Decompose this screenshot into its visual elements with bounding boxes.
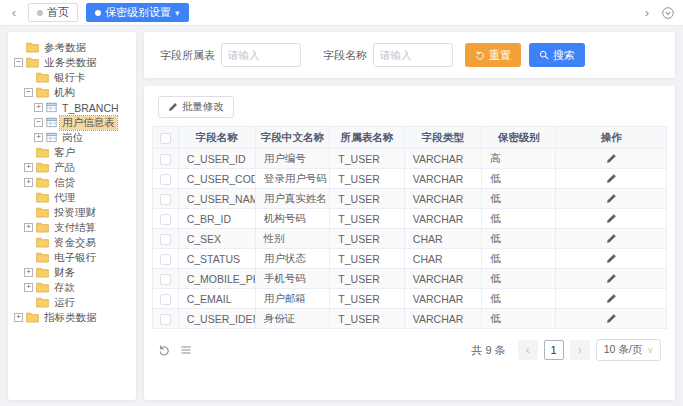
row-actions-cell — [556, 189, 667, 209]
tree-node[interactable]: + 信贷 — [11, 175, 133, 190]
table-footer: 共 9 条 ‹ 1 › 10 条/页 ∨ — [152, 339, 667, 361]
tree-toggle-icon[interactable]: + — [24, 178, 33, 187]
tree-node[interactable]: 资金交易 — [11, 235, 133, 250]
tree-node[interactable]: 运行 — [11, 295, 133, 310]
total-count-label: 共 9 条 — [471, 343, 505, 358]
edit-row-button[interactable] — [602, 152, 621, 165]
column-header: 操作 — [556, 127, 667, 149]
tree-node[interactable]: 电子银行 — [11, 250, 133, 265]
row-checkbox[interactable] — [160, 174, 171, 185]
row-checkbox[interactable] — [160, 294, 171, 305]
tree-toggle-icon[interactable]: + — [24, 283, 33, 292]
tree-toggle-icon[interactable]: − — [14, 58, 23, 67]
edit-row-button[interactable] — [602, 192, 621, 205]
tree-node[interactable]: 银行卡 — [11, 70, 133, 85]
tree-node[interactable]: + T_BRANCH — [11, 100, 133, 115]
tree-node-label: 存款 — [52, 281, 77, 295]
pencil-icon — [606, 213, 617, 224]
row-select-cell — [153, 189, 179, 209]
owner-table-cell: T_USER — [330, 149, 405, 169]
row-actions-cell — [556, 149, 667, 169]
pencil-icon — [606, 253, 617, 264]
folder-icon — [46, 132, 57, 143]
folder-icon — [36, 177, 49, 188]
tree-toggle-icon[interactable]: + — [14, 313, 23, 322]
tabs-scroll-left-icon[interactable]: ‹ — [8, 6, 20, 19]
row-checkbox[interactable] — [160, 194, 171, 205]
tree-node[interactable]: 投资理财 — [11, 205, 133, 220]
tab[interactable]: 保密级别设置 ▾ — [86, 3, 189, 22]
tree-node-label: 产品 — [52, 161, 77, 175]
tab-list: 首页 保密级别设置 ▾ — [28, 3, 641, 22]
tree-node[interactable]: + 存款 — [11, 280, 133, 295]
tab-options-icon[interactable] — [661, 6, 675, 20]
row-checkbox[interactable] — [160, 274, 171, 285]
page-number-button[interactable]: 1 — [544, 340, 564, 360]
folder-icon — [36, 147, 49, 158]
field-name-cell: C_USER_CODE — [178, 169, 255, 189]
chevron-down-icon[interactable]: ▾ — [175, 8, 180, 18]
select-all-checkbox[interactable] — [160, 133, 171, 144]
row-checkbox[interactable] — [160, 154, 171, 165]
tree-node[interactable]: + 岗位 — [11, 130, 133, 145]
reset-button[interactable]: 重置 — [465, 43, 521, 67]
row-checkbox[interactable] — [160, 254, 171, 265]
tree-node-label: 支付结算 — [52, 221, 98, 235]
tree-node[interactable]: − 业务类数据 — [11, 55, 133, 70]
search-button[interactable]: 搜索 — [529, 43, 585, 67]
content-area: 字段所属表 字段名称 重置 搜索 批量修改 — [144, 32, 675, 400]
row-select-cell — [153, 269, 179, 289]
name-field-label: 字段名称 — [323, 48, 367, 63]
tree-toggle-icon[interactable]: + — [24, 163, 33, 172]
row-select-cell — [153, 309, 179, 329]
edit-row-button[interactable] — [602, 212, 621, 225]
row-checkbox[interactable] — [160, 214, 171, 225]
tree-node[interactable]: − 机构 — [11, 85, 133, 100]
row-checkbox[interactable] — [160, 234, 171, 245]
tree-node[interactable]: − 用户信息表 — [11, 115, 133, 130]
table-field-label: 字段所属表 — [160, 48, 215, 63]
field-name-cell: C_USER_IDENTITY — [178, 309, 255, 329]
tab[interactable]: 首页 — [28, 3, 78, 22]
column-settings-icon[interactable] — [180, 344, 192, 356]
table-field-input[interactable] — [221, 43, 301, 67]
name-field-input[interactable] — [373, 43, 453, 67]
edit-row-button[interactable] — [602, 232, 621, 245]
prev-page-button[interactable]: ‹ — [518, 340, 538, 360]
tree-node[interactable]: 客户 — [11, 145, 133, 160]
tree-toggle-icon[interactable]: − — [34, 118, 43, 127]
batch-edit-button[interactable]: 批量修改 — [158, 96, 234, 118]
tree-toggle-icon[interactable]: − — [24, 88, 33, 97]
refresh-icon[interactable] — [158, 344, 170, 356]
tree-toggle-icon[interactable]: + — [24, 223, 33, 232]
tree-node[interactable]: + 指标类数据 — [11, 310, 133, 325]
tree-node[interactable]: 代理 — [11, 190, 133, 205]
field-cname-cell: 性别 — [255, 229, 330, 249]
row-checkbox[interactable] — [160, 314, 171, 325]
edit-row-button[interactable] — [602, 312, 621, 325]
tree-node-label: 电子银行 — [52, 251, 98, 265]
tree-toggle-icon[interactable]: + — [34, 103, 43, 112]
next-page-button[interactable]: › — [570, 340, 590, 360]
tree-toggle-icon[interactable]: + — [24, 268, 33, 277]
pencil-icon — [606, 193, 617, 204]
edit-row-button[interactable] — [602, 272, 621, 285]
tab-bar: ‹ 首页 保密级别设置 ▾ › — [0, 0, 683, 26]
tabs-scroll-right-icon[interactable]: › — [641, 6, 653, 19]
row-actions-cell — [556, 269, 667, 289]
tree-node-label: 银行卡 — [52, 71, 88, 85]
edit-row-button[interactable] — [602, 252, 621, 265]
edit-row-button[interactable] — [602, 172, 621, 185]
page-size-select[interactable]: 10 条/页 ∨ — [596, 339, 661, 361]
search-button-label: 搜索 — [553, 48, 575, 63]
tree-node[interactable]: 参考数据 — [11, 40, 133, 55]
edit-row-button[interactable] — [602, 292, 621, 305]
table-row: C_SEX 性别 T_USER CHAR 低 — [153, 229, 667, 249]
tree-node[interactable]: + 支付结算 — [11, 220, 133, 235]
tree-node[interactable]: + 产品 — [11, 160, 133, 175]
tree-node[interactable]: + 财务 — [11, 265, 133, 280]
column-header: 保密级别 — [481, 127, 556, 149]
field-type-cell: VARCHAR — [404, 209, 481, 229]
tree-toggle-icon[interactable]: + — [34, 133, 43, 142]
folder-icon — [46, 102, 57, 113]
